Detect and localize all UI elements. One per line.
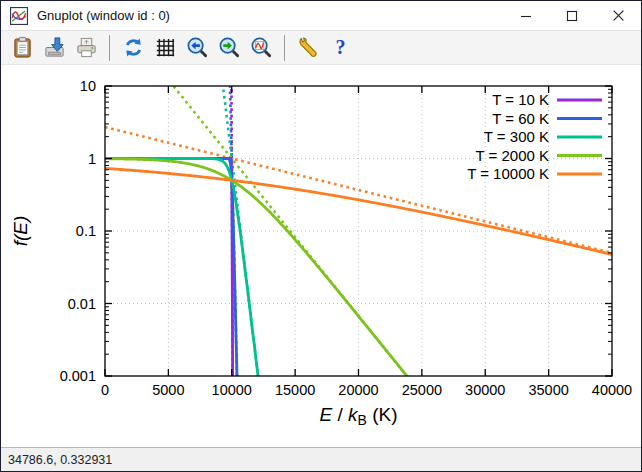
- copy-clipboard-button[interactable]: [8, 34, 36, 62]
- fermi-dirac-curve-60K: [105, 159, 612, 420]
- gnuplot-app-icon: [9, 6, 29, 26]
- options-button[interactable]: [294, 34, 322, 62]
- zoom-all-icon: [250, 36, 273, 59]
- print-button[interactable]: [72, 34, 100, 62]
- y-axis-title: f(E): [10, 216, 31, 247]
- status-bar: 34786.6, 0.332931: [1, 447, 641, 471]
- printer-icon: [75, 36, 98, 59]
- grid-toggle-button[interactable]: [151, 34, 179, 62]
- fermi-dirac-curve-10K: [105, 159, 612, 420]
- save-export-icon: [43, 36, 66, 59]
- help-button[interactable]: ?: [326, 34, 354, 62]
- x-tick-label: 0: [101, 382, 109, 398]
- refresh-icon: [122, 36, 145, 59]
- y-tick-label: 10: [80, 78, 96, 94]
- toolbar-separator: [109, 35, 110, 61]
- maximize-button[interactable]: [549, 1, 595, 30]
- legend-label: T = 300 K: [484, 128, 549, 145]
- gnuplot-chart[interactable]: 0500010000150002000025000300003500040000…: [1, 65, 641, 448]
- fermi-dirac-solid-curves: [105, 159, 612, 420]
- y-tick-label: 1: [88, 151, 96, 167]
- y-tick-label: 0.01: [68, 296, 96, 312]
- cursor-coordinates: 34786.6, 0.332931: [8, 453, 112, 467]
- question-mark-icon: ?: [329, 36, 352, 59]
- x-tick-label: 25000: [402, 382, 442, 398]
- close-button[interactable]: [595, 1, 641, 30]
- x-tick-label: 15000: [275, 382, 315, 398]
- window-title: Gnuplot (window id : 0): [37, 8, 503, 23]
- legend-label: T = 10 K: [492, 91, 549, 108]
- legend-label: T = 2000 K: [475, 147, 549, 164]
- zoom-previous-icon: [186, 36, 209, 59]
- zoom-next-button[interactable]: [215, 34, 243, 62]
- toolbar-separator: [284, 35, 285, 61]
- legend: T = 10 KT = 60 KT = 300 KT = 2000 KT = 1…: [467, 91, 602, 182]
- y-tick-label: 0.001: [60, 368, 96, 384]
- zoom-next-icon: [218, 36, 241, 59]
- y-tick-label: 0.1: [76, 223, 96, 239]
- window-controls: [503, 1, 641, 30]
- x-tick-label: 40000: [592, 382, 632, 398]
- gnuplot-window: Gnuplot (window id : 0): [0, 0, 642, 472]
- plot-canvas[interactable]: 0500010000150002000025000300003500040000…: [1, 65, 641, 448]
- x-axis-title: E / kB (K): [320, 404, 398, 428]
- x-tick-label: 10000: [212, 382, 252, 398]
- grid-icon: [154, 36, 177, 59]
- x-tick-label: 5000: [152, 382, 184, 398]
- fermi-dirac-curve-300K: [105, 159, 612, 420]
- export-button[interactable]: [40, 34, 68, 62]
- x-tick-label: 30000: [465, 382, 505, 398]
- title-bar: Gnuplot (window id : 0): [1, 1, 641, 31]
- zoom-reset-button[interactable]: [247, 34, 275, 62]
- x-tick-label: 20000: [338, 382, 378, 398]
- x-tick-label: 35000: [528, 382, 568, 398]
- zoom-previous-button[interactable]: [183, 34, 211, 62]
- minimize-button[interactable]: [503, 1, 549, 30]
- legend-label: T = 60 K: [492, 110, 549, 127]
- replot-button[interactable]: [119, 34, 147, 62]
- svg-text:?: ?: [335, 36, 345, 58]
- fermi-dirac-curve-2000K: [105, 159, 612, 420]
- wrench-icon: [297, 36, 320, 59]
- legend-label: T = 10000 K: [467, 165, 549, 182]
- toolbar: ?: [1, 31, 641, 65]
- clipboard-icon: [11, 36, 34, 59]
